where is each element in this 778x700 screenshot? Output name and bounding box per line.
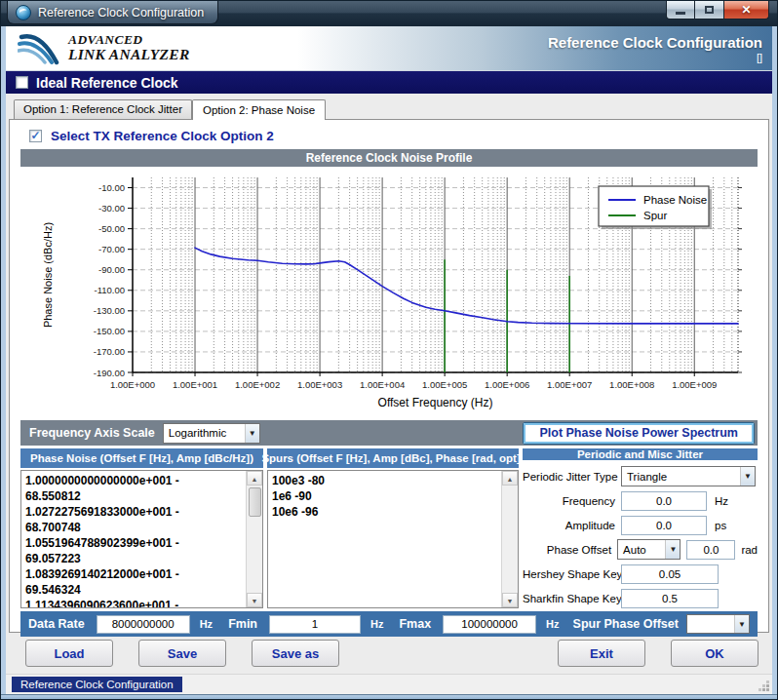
brand-logo-icon bbox=[18, 32, 60, 65]
maximize-icon bbox=[705, 6, 714, 14]
amplitude-unit: ps bbox=[715, 520, 726, 531]
list-line: 69.546324 bbox=[25, 582, 242, 598]
list-line: 10e6 -96 bbox=[272, 504, 497, 520]
svg-text:1.00E+004: 1.00E+004 bbox=[360, 379, 405, 390]
load-button[interactable]: Load bbox=[25, 640, 113, 667]
status-badge: Reference Clock Configuration bbox=[12, 677, 182, 692]
svg-text:-170.00: -170.00 bbox=[94, 346, 125, 357]
svg-text:1.00E+001: 1.00E+001 bbox=[173, 379, 217, 390]
phase-noise-scrollbar[interactable]: ▲ ▼ bbox=[246, 471, 262, 607]
tab-option1-reference-clock-jitter[interactable]: Option 1: Reference Clock Jitter bbox=[14, 99, 192, 119]
spur-phase-offset-label: Spur Phase Offset bbox=[573, 617, 679, 631]
fmax-label: Fmax bbox=[399, 617, 431, 631]
brand-logo: ADVANCED LINK ANALYZER bbox=[18, 32, 190, 65]
phase-noise-chart: -10.00-30.00-50.00-70.00-90.00-110.00-13… bbox=[20, 167, 758, 418]
plot-phase-noise-power-spectrum-button[interactable]: Plot Phase Noise Power Spectrum bbox=[523, 422, 755, 445]
amplitude-field[interactable] bbox=[621, 516, 707, 535]
sharkfin-shape-key-label: Sharkfin Shape Key bbox=[523, 593, 615, 604]
svg-text:1.00E+009: 1.00E+009 bbox=[672, 379, 717, 390]
svg-text:1.00E+002: 1.00E+002 bbox=[235, 379, 280, 390]
fmin-field[interactable] bbox=[269, 615, 361, 634]
periodic-jitter-type-value: Triangle bbox=[622, 471, 740, 483]
sharkfin-shape-key-field[interactable] bbox=[621, 589, 719, 608]
hershey-shape-key-field[interactable] bbox=[621, 564, 719, 584]
svg-text:1.00E+000: 1.00E+000 bbox=[110, 379, 155, 390]
title-bar[interactable]: Reference Clock Configuration ✕ bbox=[1, 1, 777, 26]
tab-option2-phase-noise[interactable]: Option 2: Phase Noise bbox=[192, 99, 326, 120]
ideal-reference-clock-bar: Ideal Reference Clock bbox=[6, 71, 772, 94]
spur-phase-offset-select[interactable]: Auto ▼ bbox=[686, 614, 750, 634]
spurs-list[interactable]: 100e3 -801e6 -9010e6 -96 ▲ ▼ bbox=[267, 470, 519, 608]
data-rate-field[interactable] bbox=[97, 615, 190, 634]
svg-text:1.00E+005: 1.00E+005 bbox=[422, 379, 467, 390]
chevron-down-icon: ▼ bbox=[245, 424, 259, 443]
scroll-up-icon[interactable]: ▲ bbox=[247, 471, 262, 486]
fmax-field[interactable] bbox=[443, 615, 536, 634]
phase-offset-mode-select[interactable]: Auto ▼ bbox=[617, 539, 681, 560]
svg-text:Spur: Spur bbox=[643, 210, 667, 221]
phase-noise-tab-panel: ✓ Select TX Reference Clock Option 2 Ref… bbox=[9, 119, 769, 633]
frequency-axis-scale-bar: Frequency Axis Scale Logarithmic ▼ Plot … bbox=[20, 420, 758, 446]
phase-noise-panel-header: Phase Noise (Offset F [Hz], Amp [dBc/Hz]… bbox=[20, 448, 263, 468]
status-bar: Reference Clock Configuration bbox=[6, 674, 772, 694]
scroll-down-icon[interactable]: ▼ bbox=[502, 593, 518, 607]
svg-text:-110.00: -110.00 bbox=[94, 285, 125, 295]
hershey-shape-key-label: Hershey Shape Key bbox=[523, 568, 615, 580]
footer-button-bar: Load Save Save as Exit OK bbox=[6, 633, 772, 674]
list-line: 100e3 -80 bbox=[272, 473, 497, 488]
spurs-scrollbar[interactable]: ▲ ▼ bbox=[501, 471, 518, 607]
maximize-button[interactable] bbox=[695, 1, 724, 19]
frequency-axis-scale-value: Logarithmic bbox=[164, 427, 245, 439]
svg-text:-30.00: -30.00 bbox=[98, 203, 125, 214]
ideal-reference-clock-label: Ideal Reference Clock bbox=[36, 75, 178, 91]
close-button[interactable]: ✕ bbox=[724, 1, 769, 19]
phase-offset-field[interactable] bbox=[686, 540, 735, 560]
svg-text:-90.00: -90.00 bbox=[98, 264, 125, 275]
minimize-button[interactable] bbox=[666, 1, 695, 19]
scroll-up-icon[interactable]: ▲ bbox=[502, 471, 518, 486]
scroll-down-icon[interactable]: ▼ bbox=[247, 593, 262, 607]
noise-profile-title-bar: Reference Clock Noise Profile bbox=[20, 149, 758, 167]
list-line: 1.0000000000000000e+001 - bbox=[25, 473, 242, 488]
tab-strip: Option 1: Reference Clock Jitter Option … bbox=[6, 94, 772, 119]
window-bottom-border bbox=[1, 694, 777, 700]
save-button[interactable]: Save bbox=[138, 640, 226, 667]
spurs-panel-header: Spurs (Offset F [Hz], Amp [dBc], Phase [… bbox=[267, 448, 519, 468]
minimize-icon bbox=[676, 12, 685, 15]
svg-text:-10.00: -10.00 bbox=[98, 182, 125, 193]
scrollbar-thumb[interactable] bbox=[249, 487, 261, 517]
periodic-misc-jitter-form: Periodic Jitter Type Triangle ▼ Frequenc… bbox=[523, 462, 758, 612]
window-title: Reference Clock Configuration bbox=[38, 6, 204, 19]
resize-grip[interactable] bbox=[766, 688, 769, 691]
svg-text:1.00E+007: 1.00E+007 bbox=[547, 379, 592, 390]
spurs-list-text: 100e3 -801e6 -9010e6 -96 bbox=[268, 471, 501, 607]
svg-text:Offset Frequency (Hz): Offset Frequency (Hz) bbox=[378, 396, 493, 409]
app-icon bbox=[16, 5, 31, 20]
select-tx-reference-clock-label: Select TX Reference Clock Option 2 bbox=[51, 129, 274, 143]
phase-noise-list[interactable]: 1.0000000000000000e+001 -68.5508121.0272… bbox=[20, 470, 263, 608]
svg-text:Phase Noise: Phase Noise bbox=[643, 194, 707, 206]
title-bar-app-tab: Reference Clock Configuration bbox=[7, 1, 218, 24]
svg-text:1.00E+003: 1.00E+003 bbox=[297, 379, 342, 390]
amplitude-label: Amplitude bbox=[523, 520, 615, 531]
frequency-field[interactable] bbox=[621, 491, 707, 511]
ideal-reference-clock-checkbox[interactable] bbox=[16, 76, 28, 89]
list-line: 1.0839269140212000e+001 - bbox=[25, 566, 242, 582]
page-title: Reference Clock Configuration bbox=[548, 34, 762, 51]
fmax-unit: Hz bbox=[546, 618, 559, 630]
brand-line2: LINK ANALYZER bbox=[68, 47, 190, 62]
periodic-jitter-type-select[interactable]: Triangle ▼ bbox=[621, 466, 756, 486]
svg-text:Phase Noise (dBc/Hz): Phase Noise (dBc/Hz) bbox=[42, 222, 54, 328]
select-tx-reference-clock-checkbox[interactable]: ✓ bbox=[29, 130, 42, 142]
exit-button[interactable]: Exit bbox=[558, 640, 645, 667]
save-as-button[interactable]: Save as bbox=[252, 640, 339, 667]
ok-button[interactable]: OK bbox=[671, 640, 759, 667]
frequency-label: Frequency bbox=[523, 495, 615, 507]
list-line: 69.057223 bbox=[25, 551, 242, 566]
checkmark-icon: ✓ bbox=[30, 130, 40, 141]
data-rate-bar: Data Rate Hz Fmin Hz Fmax Hz Spur Phase … bbox=[20, 611, 758, 637]
chart-canvas: -10.00-30.00-50.00-70.00-90.00-110.00-13… bbox=[20, 167, 758, 418]
svg-text:-190.00: -190.00 bbox=[94, 368, 125, 378]
frequency-axis-scale-select[interactable]: Logarithmic ▼ bbox=[163, 423, 260, 444]
list-line: 1.1134396090623600e+001 - bbox=[25, 598, 242, 607]
